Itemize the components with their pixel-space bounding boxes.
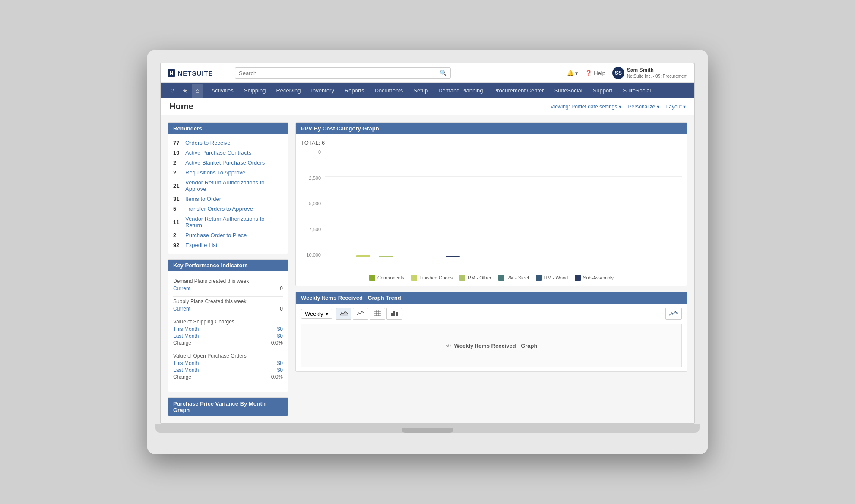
nav-item-suitesocial2[interactable]: SuiteSocial bbox=[618, 83, 656, 98]
laptop-notch bbox=[402, 428, 453, 433]
reminder-purchase-order-place[interactable]: 2 Purchase Order to Place bbox=[168, 230, 288, 240]
right-column: PPV By Cost Category Graph TOTAL: 6 10,0… bbox=[295, 122, 687, 416]
reminder-requisitions[interactable]: 2 Requisitions To Approve bbox=[168, 168, 288, 178]
user-menu[interactable]: SS Sam Smith NetSuite Inc. - 05: Procure… bbox=[612, 67, 687, 79]
nav-item-reports[interactable]: Reports bbox=[339, 83, 370, 98]
weekly-graph-title: Weekly Items Received - Graph bbox=[454, 342, 538, 349]
chart-type-buttons bbox=[336, 308, 402, 320]
kpi-po-change-label: Change bbox=[173, 374, 191, 380]
legend-rm-other: RM - Other bbox=[459, 275, 491, 281]
search-icon: 🔍 bbox=[440, 70, 447, 76]
ppv-graph-total: TOTAL: 6 bbox=[301, 139, 682, 146]
kpi-po-this-month-label[interactable]: This Month bbox=[173, 360, 199, 366]
page-title: Home bbox=[169, 101, 193, 111]
reminder-vendor-return-to-return[interactable]: 11 Vendor Return Authorizations to Retur… bbox=[168, 214, 288, 230]
ppv-graph-body: TOTAL: 6 10,000 7,500 5,000 2,500 0 bbox=[296, 134, 687, 286]
weekly-period-label: Weekly bbox=[305, 311, 323, 317]
kpi-group-supply: Supply Plans Created this week Current 0 bbox=[173, 298, 283, 312]
reminder-transfer-orders[interactable]: 5 Transfer Orders to Approve bbox=[168, 204, 288, 214]
legend-color-components bbox=[369, 275, 375, 281]
search-bar[interactable]: 🔍 bbox=[235, 67, 451, 79]
star-icon: ★ bbox=[182, 87, 188, 94]
legend-components: Components bbox=[369, 275, 404, 281]
favorites-icon-button[interactable]: ★ bbox=[180, 84, 190, 98]
nav-bar: ↺ ★ ⌂ Activities Shipping Receiving Inve… bbox=[161, 83, 694, 98]
y-label-10000: 10,000 bbox=[306, 252, 321, 257]
reminder-items-to-order[interactable]: 31 Items to Order bbox=[168, 194, 288, 204]
grid-line-25 bbox=[325, 230, 682, 230]
nav-icons: ↺ ★ ⌂ bbox=[164, 84, 206, 98]
kpi-po-change-value: 0.0% bbox=[271, 374, 283, 380]
chart-type-table[interactable] bbox=[370, 308, 385, 320]
page-header-right: Viewing: Portlet date settings ▾ Persona… bbox=[551, 104, 686, 110]
bar-group-finished-goods bbox=[356, 255, 370, 257]
legend-color-finished-goods bbox=[411, 275, 417, 281]
personalize-button[interactable]: Personalize ▾ bbox=[628, 104, 659, 110]
reminder-vendor-return-auth[interactable]: 21 Vendor Return Authorizations to Appro… bbox=[168, 178, 288, 194]
reminder-blanket-orders[interactable]: 2 Active Blanket Purchase Orders bbox=[168, 158, 288, 168]
nav-item-suitesocial[interactable]: SuiteSocial bbox=[549, 83, 588, 98]
layout-button[interactable]: Layout ▾ bbox=[666, 104, 686, 110]
avatar: SS bbox=[612, 67, 624, 79]
kpi-demand-current-value: 0 bbox=[280, 285, 283, 292]
reminder-orders-to-receive[interactable]: 77 Orders to Receive bbox=[168, 138, 288, 148]
legend-rm-wood: RM - Wood bbox=[536, 275, 568, 281]
chart-type-line[interactable] bbox=[353, 308, 368, 320]
help-button[interactable]: ❓ Help bbox=[585, 70, 605, 76]
nav-item-demand-planning[interactable]: Demand Planning bbox=[433, 83, 488, 98]
viewing-dropdown[interactable]: Viewing: Portlet date settings ▾ bbox=[551, 104, 621, 110]
search-input[interactable] bbox=[239, 70, 440, 76]
weekly-right-buttons bbox=[665, 308, 682, 320]
weekly-period-select[interactable]: Weekly ▾ bbox=[301, 309, 332, 319]
nav-item-inventory[interactable]: Inventory bbox=[306, 83, 339, 98]
nav-item-activities[interactable]: Activities bbox=[206, 83, 238, 98]
ns-logo-box: N bbox=[168, 69, 175, 77]
bar-chart: 10,000 7,500 5,000 2,500 0 bbox=[301, 149, 682, 270]
nav-item-receiving[interactable]: Receiving bbox=[271, 83, 306, 98]
grid-line-50 bbox=[325, 203, 682, 203]
laptop-base bbox=[155, 424, 700, 433]
help-icon: ❓ bbox=[585, 70, 592, 76]
bar-sub-assembly[interactable] bbox=[446, 256, 460, 257]
y-label-2500: 2,500 bbox=[309, 175, 321, 181]
history-icon-button[interactable]: ↺ bbox=[168, 84, 178, 98]
notification-bell[interactable]: 🔔 ▾ bbox=[567, 70, 578, 76]
kpi-demand-current-label[interactable]: Current bbox=[173, 285, 190, 292]
weekly-controls: Weekly ▾ bbox=[301, 308, 682, 320]
kpi-shipping-this-month-value: $0 bbox=[277, 326, 283, 332]
chart-type-area[interactable] bbox=[336, 308, 352, 320]
nav-item-support[interactable]: Support bbox=[588, 83, 618, 98]
legend-color-rm-other bbox=[459, 275, 466, 281]
nav-item-documents[interactable]: Documents bbox=[369, 83, 408, 98]
grid-lines bbox=[325, 149, 682, 257]
expand-button[interactable] bbox=[665, 308, 682, 320]
legend-label-finished-goods: Finished Goods bbox=[419, 275, 453, 280]
reminder-active-purchase-contracts[interactable]: 10 Active Purchase Contracts bbox=[168, 148, 288, 158]
kpi-group-demand: Demand Plans created this week Current 0 bbox=[173, 278, 283, 292]
nav-item-setup[interactable]: Setup bbox=[408, 83, 433, 98]
chart-type-bar[interactable] bbox=[386, 308, 402, 320]
home-icon-button[interactable]: ⌂ bbox=[192, 84, 203, 98]
svg-marker-0 bbox=[340, 311, 348, 316]
ppv-month-portlet: Purchase Price Variance By Month Graph bbox=[168, 397, 288, 416]
nav-item-shipping[interactable]: Shipping bbox=[239, 83, 271, 98]
kpi-shipping-last-month-label[interactable]: Last Month bbox=[173, 333, 199, 339]
bar-finished-goods[interactable] bbox=[356, 255, 370, 257]
grid-line-75 bbox=[325, 176, 682, 177]
kpi-shipping-change-value: 0.0% bbox=[271, 340, 283, 346]
kpi-shipping-this-month-label[interactable]: This Month bbox=[173, 326, 199, 332]
nav-items: Activities Shipping Receiving Inventory … bbox=[206, 83, 656, 98]
line-chart-icon bbox=[357, 310, 364, 316]
kpi-po-change: Change 0.0% bbox=[173, 374, 283, 380]
nav-item-procurement-center[interactable]: Procurement Center bbox=[488, 83, 549, 98]
kpi-supply-current: Current 0 bbox=[173, 305, 283, 312]
chart-legend: Components Finished Goods RM - Other bbox=[301, 275, 682, 281]
kpi-supply-title: Supply Plans Created this week bbox=[173, 298, 283, 304]
weekly-trend-portlet: Weekly Items Received - Graph Trend Week… bbox=[295, 292, 687, 372]
legend-label-sub-assembly: Sub-Assembly bbox=[583, 275, 614, 280]
reminder-expedite-list[interactable]: 92 Expedite List bbox=[168, 240, 288, 250]
y-label-5000: 5,000 bbox=[309, 201, 321, 206]
kpi-supply-current-label[interactable]: Current bbox=[173, 306, 190, 312]
bar-rm-other[interactable] bbox=[379, 256, 393, 257]
kpi-po-last-month-label[interactable]: Last Month bbox=[173, 367, 199, 373]
